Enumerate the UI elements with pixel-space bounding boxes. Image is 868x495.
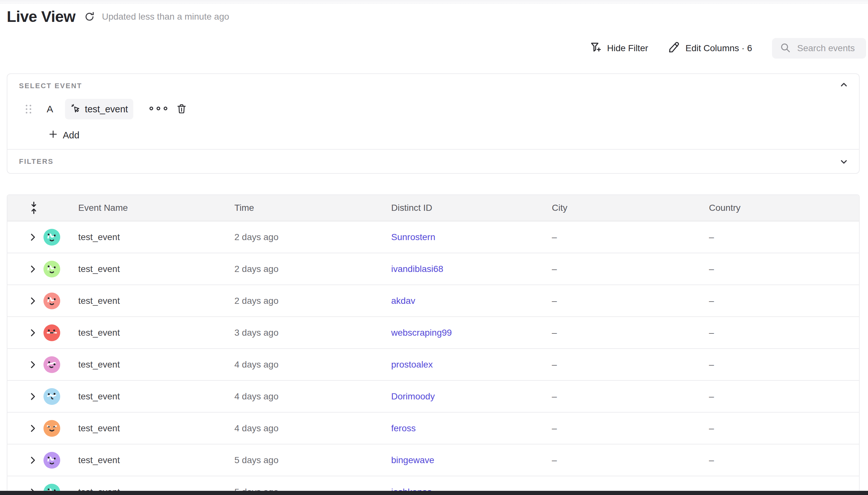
table-row: test_event 3 days ago webscraping99 – – — [7, 317, 859, 349]
distinct-id-link[interactable]: Sunrostern — [391, 232, 435, 242]
cell-time: 4 days ago — [234, 423, 278, 433]
avatar — [44, 452, 60, 468]
distinct-id-link[interactable]: bingewave — [391, 455, 434, 465]
cell-event-name: test_event — [78, 328, 120, 338]
cell-country: – — [709, 391, 714, 402]
cell-event-name: test_event — [78, 455, 120, 465]
distinct-id-link[interactable]: webscraping99 — [391, 328, 452, 338]
event-letter: A — [47, 104, 53, 115]
cell-country: – — [709, 296, 714, 306]
col-header-event-name[interactable]: Event Name — [78, 203, 128, 213]
cursor-click-icon — [70, 103, 81, 115]
chevron-up-icon[interactable] — [839, 80, 849, 89]
cell-city: – — [552, 328, 557, 338]
cell-country: – — [709, 423, 714, 433]
cell-country: – — [709, 359, 714, 370]
top-edge-strip — [0, 0, 868, 3]
cell-event-name: test_event — [78, 232, 120, 242]
col-header-distinct-id[interactable]: Distinct ID — [391, 203, 432, 213]
row-expand-chevron-right-icon[interactable] — [27, 263, 38, 275]
row-expand-chevron-right-icon[interactable] — [27, 455, 38, 466]
avatar — [44, 293, 60, 309]
cell-time: 2 days ago — [234, 296, 278, 306]
avatar — [44, 229, 60, 245]
chevron-down-icon[interactable] — [839, 157, 849, 167]
drag-handle-icon[interactable] — [26, 105, 31, 114]
col-header-time[interactable]: Time — [234, 203, 254, 213]
search-events-box[interactable] — [772, 38, 866, 58]
add-label: Add — [63, 130, 80, 141]
cell-time: 4 days ago — [234, 359, 278, 370]
table-row: test_event 2 days ago akdav – – — [7, 285, 859, 317]
cell-city: – — [552, 423, 557, 433]
plus-icon — [48, 130, 58, 141]
filter-plus-icon — [590, 41, 602, 56]
cell-time: 2 days ago — [234, 232, 278, 242]
row-expand-chevron-right-icon[interactable] — [27, 327, 38, 338]
cell-time: 5 days ago — [234, 455, 278, 465]
event-row: A test_event — [7, 99, 859, 119]
col-header-city[interactable]: City — [552, 203, 567, 213]
cell-city: – — [552, 232, 557, 242]
cell-event-name: test_event — [78, 264, 120, 274]
event-chip[interactable]: test_event — [65, 99, 133, 119]
avatar — [44, 420, 60, 437]
cell-country: – — [709, 232, 714, 242]
avatar — [44, 261, 60, 277]
distinct-id-link[interactable]: akdav — [391, 296, 415, 306]
collapse-rows-icon[interactable] — [27, 201, 40, 215]
edit-columns-label: Edit Columns · 6 — [685, 43, 752, 53]
event-chip-label: test_event — [85, 104, 128, 115]
cell-time: 4 days ago — [234, 391, 278, 402]
cell-time: 2 days ago — [234, 264, 278, 274]
query-builder-card: SELECT EVENT A test_event — [7, 73, 860, 174]
cell-country: – — [709, 328, 714, 338]
distinct-id-link[interactable]: feross — [391, 423, 416, 433]
add-event-button[interactable]: Add — [48, 127, 80, 143]
cell-event-name: test_event — [78, 296, 120, 306]
table-row: test_event 4 days ago prostoalex – – — [7, 349, 859, 381]
table-row: test_event 2 days ago Sunrostern – – — [7, 221, 859, 253]
ellipsis-icon[interactable] — [148, 105, 169, 113]
distinct-id-link[interactable]: Dorimoody — [391, 391, 435, 402]
cell-city: – — [552, 264, 557, 274]
col-header-country[interactable]: Country — [709, 203, 741, 213]
row-expand-chevron-right-icon[interactable] — [27, 391, 38, 402]
cell-event-name: test_event — [78, 423, 120, 433]
row-expand-chevron-right-icon[interactable] — [27, 295, 38, 306]
hide-filter-button[interactable]: Hide Filter — [590, 41, 648, 56]
table-row: test_event 4 days ago Dorimoody – – — [7, 381, 859, 413]
avatar — [44, 356, 60, 373]
cell-event-name: test_event — [78, 391, 120, 402]
updated-text: Updated less than a minute ago — [102, 12, 229, 22]
row-expand-chevron-right-icon[interactable] — [27, 359, 38, 370]
cell-country: – — [709, 455, 714, 465]
refresh-icon[interactable] — [84, 11, 95, 22]
table-row: test_event 2 days ago ivandiblasi68 – – — [7, 253, 859, 285]
cell-city: – — [552, 391, 557, 402]
distinct-id-link[interactable]: prostoalex — [391, 359, 433, 370]
pencil-icon — [668, 41, 680, 56]
filters-section[interactable]: FILTERS — [7, 149, 859, 173]
cell-city: – — [552, 359, 557, 370]
avatar — [44, 324, 60, 341]
distinct-id-link[interactable]: ivandiblasi68 — [391, 264, 443, 274]
search-icon — [780, 42, 791, 54]
trash-icon[interactable] — [176, 103, 187, 115]
avatar — [44, 388, 60, 405]
row-expand-chevron-right-icon[interactable] — [27, 423, 38, 434]
live-view-page: Live View Updated less than a minute ago… — [0, 0, 868, 495]
cell-city: – — [552, 296, 557, 306]
bottom-bar — [0, 491, 868, 495]
search-input[interactable] — [797, 43, 862, 54]
select-event-label: SELECT EVENT — [19, 82, 82, 90]
page-header: Live View Updated less than a minute ago — [7, 8, 229, 25]
filters-label: FILTERS — [19, 157, 54, 166]
edit-columns-button[interactable]: Edit Columns · 6 — [668, 41, 752, 56]
toolbar: Hide Filter Edit Columns · 6 — [590, 38, 866, 58]
events-table: Event Name Time Distinct ID City Country… — [7, 194, 860, 495]
row-expand-chevron-right-icon[interactable] — [27, 232, 38, 243]
cell-country: – — [709, 264, 714, 274]
cell-time: 3 days ago — [234, 328, 278, 338]
table-row: test_event 4 days ago feross – – — [7, 413, 859, 444]
